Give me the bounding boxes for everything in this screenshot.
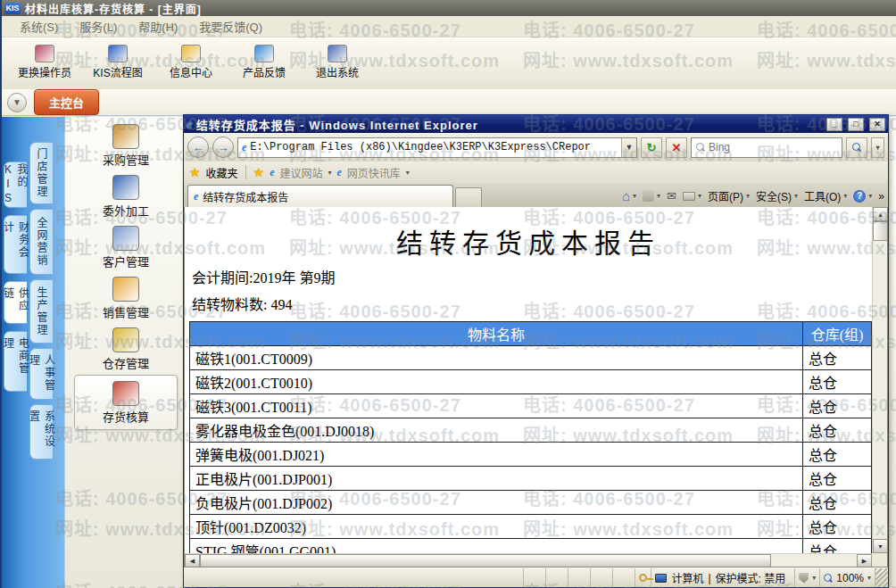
page-menu-button[interactable]: 页面(P)▾	[708, 188, 750, 203]
menu-item[interactable]: 系统(S)	[9, 15, 69, 37]
sidebar-tab-3[interactable]: 供应链	[4, 281, 27, 324]
key-icon	[639, 574, 647, 582]
feeds-button[interactable]: ▾	[643, 190, 660, 202]
sidebar-tab-4[interactable]: 电商管理	[4, 331, 27, 392]
menu-item[interactable]: 服务(L)	[69, 15, 128, 37]
menu-item[interactable]: 我要反馈(Q)	[188, 15, 273, 37]
refresh-button[interactable]: ↻	[641, 137, 662, 158]
scrollbar-thumb[interactable]	[873, 221, 888, 241]
scroll-down-icon[interactable]: ▼	[873, 539, 888, 553]
address-bar[interactable]: e E:\Program Files (x86)\Kingdee\K3ERP\K…	[237, 137, 637, 158]
tab-console[interactable]: 主控台	[34, 89, 99, 115]
table-cell: 总仓	[803, 346, 872, 370]
module-item[interactable]: 客户管理	[74, 222, 178, 273]
warehouse-management-icon	[112, 327, 139, 352]
table-row: 磁铁2(001.CT0010)总仓	[190, 370, 872, 394]
module-item[interactable]: 采购管理	[74, 120, 178, 171]
chevron-down-icon[interactable]: ▼	[7, 93, 27, 112]
table-cell: 总仓	[803, 515, 872, 539]
toolbar-button-label: 信息中心	[170, 64, 212, 79]
maximize-button[interactable]: □	[848, 118, 864, 131]
print-button[interactable]: ▾	[683, 192, 701, 201]
module-label: 委外加工	[103, 202, 149, 219]
sidebar-tab-secondary-1[interactable]: 门店管理	[29, 142, 53, 204]
menu-item[interactable]: 帮助(H)	[128, 15, 188, 37]
ie-window: e 结转存货成本报告 - Windows Internet Explorer _…	[183, 114, 889, 588]
add-favorite-icon[interactable]: ★	[253, 165, 265, 179]
kis-menubar: 系统(S)服务(L)帮助(H)我要反馈(Q)	[2, 16, 896, 37]
vertical-scrollbar[interactable]: ▲ ▼	[872, 207, 887, 553]
search-input[interactable]	[709, 141, 816, 153]
safety-menu-button[interactable]: 安全(S)▾	[756, 188, 798, 203]
search-options-dropdown[interactable]: ▾	[871, 137, 884, 158]
address-dropdown-button[interactable]: ▼	[621, 138, 636, 157]
zoom-control[interactable]: 100% ▾	[820, 568, 875, 587]
close-button[interactable]: ✕	[869, 118, 885, 131]
read-mail-button[interactable]: ✉	[667, 189, 676, 203]
module-item[interactable]: 委外加工	[74, 171, 178, 222]
home-button[interactable]: ⌂▾	[622, 188, 636, 203]
scrollbar-thumb[interactable]	[200, 554, 771, 567]
printer-icon	[683, 192, 695, 201]
tools-menu-button[interactable]: 工具(O)▾	[804, 188, 847, 203]
new-tab-button[interactable]	[455, 187, 482, 207]
module-item[interactable]: 销售管理	[74, 273, 178, 324]
sidebar-tab-1[interactable]: 我的KIS	[4, 161, 27, 208]
ie-favorites-bar: ★ 收藏夹 ★ e 建议网站 ▾ e 网页快讯库 ▾	[184, 161, 888, 183]
scroll-left-icon[interactable]: ◀	[185, 554, 200, 567]
kis-titlebar: KIS 材料出库核算-存货核算 - [主界面]	[2, 0, 896, 16]
favorites-button[interactable]: 收藏夹	[206, 165, 238, 180]
toolbar-overflow-button[interactable]: »	[878, 190, 884, 203]
toolbar-button[interactable]: 退出系统	[303, 42, 371, 79]
forward-button[interactable]: →	[212, 137, 234, 158]
suggested-sites-button[interactable]: 建议网站	[279, 165, 322, 180]
address-text: E:\Program Files (x86)\Kingdee\K3ERP\K3E…	[250, 141, 618, 153]
back-button[interactable]: ←	[187, 137, 209, 158]
ie-titlebar[interactable]: e 结转存货成本报告 - Windows Internet Explorer _…	[184, 115, 888, 133]
table-cell: 总仓	[803, 394, 872, 418]
sidebar-tab-secondary-5[interactable]: 系统设置	[29, 404, 53, 460]
search-go-button[interactable]	[846, 137, 867, 158]
purchase-management-icon	[112, 124, 139, 149]
toolbar-button-label: 退出系统	[316, 64, 359, 79]
shield-icon	[799, 573, 809, 584]
toolbar-button[interactable]: 产品反馈	[230, 42, 298, 79]
page-icon: e	[242, 141, 246, 154]
minimize-button[interactable]: _	[826, 118, 842, 131]
module-item[interactable]: 存货核算	[74, 375, 178, 430]
report-title: 结转存货成本报告	[185, 221, 872, 261]
stop-button[interactable]: ✕	[666, 137, 687, 158]
rss-icon	[643, 190, 654, 202]
tab-report[interactable]: e 结转存货成本报告	[187, 185, 453, 207]
resize-grip[interactable]	[875, 568, 888, 587]
toolbar-button-label: 更换操作员	[18, 64, 71, 79]
sidebar-tab-2[interactable]: 财务会计	[4, 215, 27, 274]
module-item[interactable]: 仓存管理	[74, 324, 178, 375]
switch-operator-icon	[35, 45, 54, 62]
module-label: 客户管理	[103, 253, 149, 269]
toolbar-button[interactable]: KIS流程图	[84, 42, 152, 79]
sidebar-tab-secondary-2[interactable]: 全网营销	[29, 209, 53, 275]
zone-icon-cell[interactable]: ▾	[794, 568, 820, 587]
toolbar-button[interactable]: 更换操作员	[11, 42, 79, 79]
help-button[interactable]: ?▾	[853, 190, 872, 203]
divider: |	[708, 572, 710, 584]
sidebar-tab-secondary-3[interactable]: 生产管理	[29, 279, 53, 344]
table-cell: 总仓	[803, 491, 872, 515]
zoom-icon	[824, 574, 833, 583]
toolbar-button[interactable]: 信息中心	[157, 42, 225, 79]
table-cell: 总仓	[803, 539, 872, 554]
scroll-up-icon[interactable]: ▲	[873, 207, 888, 221]
status-message-cell	[184, 568, 524, 587]
table-row: 弹簧电极(001.DJ021)总仓	[190, 443, 872, 467]
search-box[interactable]	[691, 137, 842, 158]
web-slices-button[interactable]: 网页快讯库	[347, 165, 401, 180]
sidebar-tab-secondary-4[interactable]: 人事管理	[29, 348, 53, 400]
table-cell: 总仓	[803, 443, 872, 467]
table-row: STIG 钢管(001.GG001)总仓	[190, 539, 872, 554]
protected-mode-label: 保护模式: 禁用	[716, 570, 786, 585]
ie-content-area: 结转存货成本报告 会计期间:2019年 第9期 结转物料数: 494 物料名称仓…	[184, 207, 888, 567]
scroll-right-icon[interactable]: ▶	[857, 554, 872, 567]
horizontal-scrollbar[interactable]: ◀ ▶	[185, 553, 872, 567]
table-row: 负电极片(001.DJP002)总仓	[190, 491, 872, 515]
